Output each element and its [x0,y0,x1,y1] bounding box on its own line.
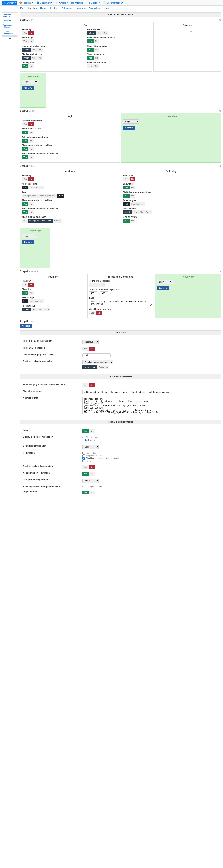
url-input[interactable] [82,353,111,357]
address-format-textarea[interactable]: {address_company} {address_title} {addre… [82,397,218,414]
progressbar-button[interactable]: Progress bar [82,365,97,369]
inherit-button[interactable]: Inherit [22,56,31,60]
yes-button[interactable]: Yes [123,194,130,198]
progress-select[interactable]: Checkout progress without [82,360,113,364]
yes-button[interactable]: Yes [31,308,37,311]
sidebar-item[interactable]: Address & Shipping› [2,23,18,29]
subnav-cron[interactable]: Cron [104,7,109,9]
sidebar-item[interactable]: Checkout› [2,19,18,23]
no-button[interactable]: No [89,491,95,495]
inherit-button[interactable]: Inherit [22,308,31,311]
yes-button[interactable]: Yes [22,139,28,143]
yes-button[interactable]: Yes [123,186,130,189]
view-select[interactable]: Login [157,280,173,284]
both-button[interactable]: Both [144,210,152,214]
no-button[interactable]: No [89,429,95,433]
logged-button[interactable]: For logged in users only [28,219,53,223]
sidebar-item[interactable]: Checkout workflow› [2,12,18,19]
view-select[interactable]: Login [22,234,38,238]
yes-button[interactable]: Yes [22,122,28,126]
topnav-orders[interactable]: 📋 Orders ▾ [54,1,69,5]
view-select[interactable]: Login [22,80,38,84]
no-button[interactable]: No [102,31,108,35]
no-button[interactable]: No [28,130,34,134]
list-button[interactable]: List [22,186,28,189]
yes-button[interactable]: Yes [22,155,28,159]
no-button[interactable]: No [94,48,100,52]
inherit-button[interactable]: Inherit [87,31,96,35]
tc-select[interactable]: List [89,283,105,287]
sidebar-item[interactable]: Login & Registration› [2,29,18,35]
yes-button[interactable]: Yes [22,31,28,35]
no-button[interactable]: No [89,383,95,387]
no-button[interactable]: No [89,472,95,476]
no-button[interactable]: No [94,39,100,43]
subnav-display[interactable]: Display [40,7,48,9]
yes-button[interactable]: Yes [87,39,93,43]
yes-button[interactable]: Yes [22,147,28,151]
yes-button[interactable]: Yes [31,56,37,60]
topnav-documentation[interactable]: 📄 Documentation ▾ [102,1,125,5]
no-button[interactable]: No [28,39,34,43]
subnav-languages[interactable]: Languages [75,7,86,9]
registration-checkbox[interactable]: Simplified registration with password [82,457,218,460]
label-textarea[interactable]: Please accept the Terms and Conditions b… [89,300,152,306]
no-button[interactable]: No [28,122,34,126]
subnav-advanced[interactable]: Advanced [62,7,72,9]
no-button[interactable]: No [96,311,102,315]
dropdown-button[interactable]: Dropdown list [130,202,145,206]
yes-button[interactable]: Yes [22,130,28,134]
yes-button[interactable]: Yes [22,283,28,286]
view-select[interactable]: Login [123,119,139,124]
no-button[interactable]: No [28,31,34,35]
no-button[interactable]: No [130,219,135,223]
no-button[interactable]: No [130,194,135,198]
no-button[interactable]: No [22,219,28,223]
add-view-button[interactable]: Add view [157,286,169,290]
add-step-button[interactable]: Add step [20,324,32,328]
no-button[interactable]: No [138,210,144,214]
default-view-select[interactable]: Login [82,445,99,449]
yes-button[interactable]: Yes [22,64,28,68]
trash-icon[interactable]: 🗑 [219,110,221,112]
accordion-button[interactable]: Accordion [97,365,109,369]
menu-select[interactable]: checkout [82,340,99,344]
topnav-products[interactable]: 📦 Products ▾ [18,1,34,5]
subnav-features[interactable]: Features [50,7,59,9]
trash-icon[interactable]: 🗑 [219,270,221,273]
yes-button[interactable]: Yes [82,472,89,476]
yes-button[interactable]: Yes [89,311,96,315]
height-input[interactable] [100,291,108,295]
dropdown-button[interactable]: Dropdown list [28,299,44,303]
no-button[interactable]: No [94,64,100,68]
add-view-button[interactable]: Add view [22,240,34,244]
yes-button[interactable]: Yes [82,465,89,469]
user-group-select[interactable]: Inherit [82,478,99,483]
yes-button[interactable]: Yes [82,347,89,351]
yes-button[interactable]: Yes [132,210,138,214]
no-button[interactable]: No [28,155,34,159]
no-button[interactable]: No [89,465,95,469]
no-button[interactable]: No [28,64,34,68]
no-button[interactable]: No [37,48,43,52]
yes-button[interactable]: Yes [82,383,89,387]
yes-button[interactable]: Yes [87,64,93,68]
registration-checkbox[interactable]: Guest [82,460,218,462]
width-input[interactable] [89,291,97,295]
topnav-affiliates[interactable]: 👥 Affiliates ▾ [69,1,86,5]
both-button[interactable]: Both [43,308,51,311]
yes-button[interactable]: Yes [22,39,28,43]
yes-button[interactable]: Yes [87,48,93,52]
registration-checkbox[interactable]: Simplified registration [82,455,218,457]
registration-checkbox[interactable]: Registration [82,452,218,455]
yes-button[interactable]: Yes [96,31,102,35]
trash-icon[interactable]: 🗑 [219,19,221,21]
yes-button[interactable]: Yes [123,177,130,181]
yes-button[interactable]: Yes [22,177,28,181]
list-button[interactable]: List [123,202,130,206]
add-view-button[interactable]: Add view [22,86,34,90]
yes-button[interactable]: Yes [82,491,89,495]
radio-allinone[interactable]: All in one page [82,436,218,438]
both-button[interactable]: Both [57,194,64,198]
always-button[interactable]: Always [53,219,62,223]
